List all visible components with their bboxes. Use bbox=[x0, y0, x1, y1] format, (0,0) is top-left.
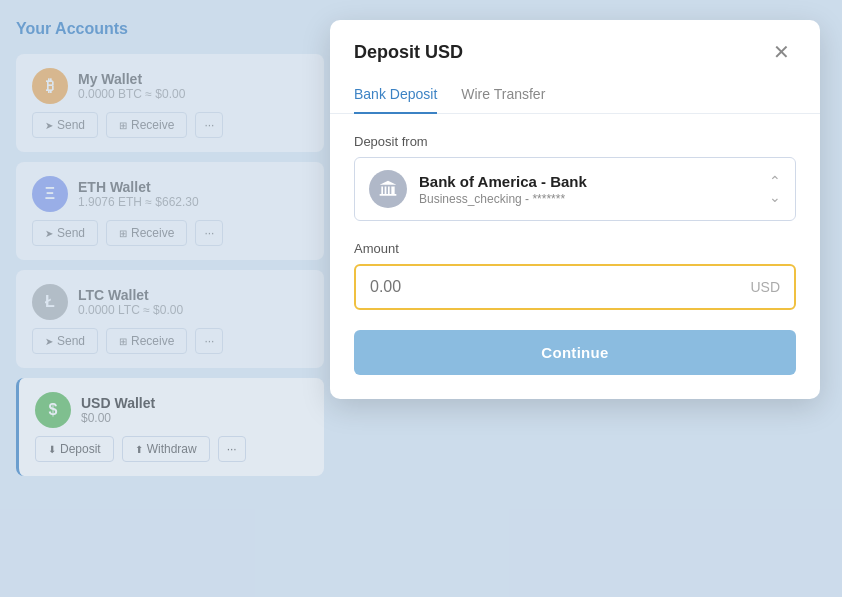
amount-field: USD bbox=[354, 264, 796, 310]
modal-body: Deposit from Bank of America - Bank Busi… bbox=[330, 114, 820, 399]
bank-name: Bank of America - Bank bbox=[419, 173, 587, 190]
close-button[interactable]: ✕ bbox=[767, 40, 796, 64]
deposit-from-label: Deposit from bbox=[354, 134, 796, 149]
bank-details: Bank of America - Bank Business_checking… bbox=[419, 173, 587, 206]
tab-bank-deposit[interactable]: Bank Deposit bbox=[354, 76, 437, 114]
bank-sub: Business_checking - ******* bbox=[419, 192, 587, 206]
modal-header: Deposit USD ✕ bbox=[330, 20, 820, 64]
modal-tabs: Bank Deposit Wire Transfer bbox=[330, 76, 820, 114]
chevron-updown-icon: ⌃⌄ bbox=[769, 173, 781, 205]
bank-selector[interactable]: Bank of America - Bank Business_checking… bbox=[354, 157, 796, 221]
bank-icon bbox=[369, 170, 407, 208]
bank-info: Bank of America - Bank Business_checking… bbox=[369, 170, 587, 208]
amount-label: Amount bbox=[354, 241, 796, 256]
amount-input[interactable] bbox=[370, 278, 742, 296]
continue-button[interactable]: Continue bbox=[354, 330, 796, 375]
modal-title: Deposit USD bbox=[354, 42, 463, 63]
deposit-modal: Deposit USD ✕ Bank Deposit Wire Transfer… bbox=[330, 20, 820, 399]
currency-label: USD bbox=[750, 279, 780, 295]
tab-wire-transfer[interactable]: Wire Transfer bbox=[461, 76, 545, 114]
